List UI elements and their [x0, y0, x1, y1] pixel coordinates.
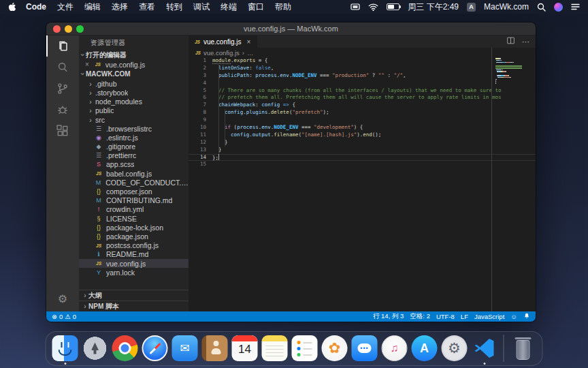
more-actions-icon[interactable]: ⋯: [522, 38, 530, 45]
dock-item-chrome[interactable]: [112, 335, 138, 361]
code-line-3[interactable]: 3 publicPath: process.env.NODE_ENV === "…: [189, 72, 536, 80]
file-item[interactable]: §LICENSE: [79, 214, 189, 223]
dock-item-launchpad[interactable]: [82, 335, 108, 361]
window-titlebar[interactable]: vue.config.js — MacWk.com: [46, 22, 536, 35]
code-line-12[interactable]: 12 }: [189, 139, 536, 147]
dock-item-photos[interactable]: [322, 335, 348, 361]
file-item[interactable]: MCODE_OF_CONDUCT.md: [79, 178, 189, 187]
menu-account[interactable]: MacWk.com: [484, 2, 529, 12]
project-section-header[interactable]: › MACWK.COM: [79, 69, 189, 79]
tab-vue-config[interactable]: JS vue.config.js ×: [189, 35, 257, 48]
indentation[interactable]: 空格: 2: [410, 312, 430, 321]
code-line-5[interactable]: 5 // There are so many chunks (from all …: [189, 87, 536, 95]
search-icon[interactable]: [537, 3, 546, 12]
dock-item-notes[interactable]: [262, 335, 288, 361]
dock-item-vscode[interactable]: [472, 335, 497, 361]
dock-item-finder[interactable]: [52, 335, 78, 361]
folder-item[interactable]: ›.storybook: [79, 88, 189, 97]
file-item[interactable]: ℹREADME.md: [79, 250, 189, 259]
breadcrumb[interactable]: JS vue.config.js › …: [189, 48, 536, 57]
apple-menu-icon[interactable]: [8, 2, 16, 12]
menu-clock[interactable]: 周三 下午2:49: [408, 1, 459, 13]
menu-item-1[interactable]: 编辑: [84, 1, 101, 13]
file-item[interactable]: ◆.gitignore: [79, 142, 189, 151]
language-mode[interactable]: JavaScript: [474, 313, 504, 320]
file-item[interactable]: {}package.json: [79, 232, 189, 241]
activity-source-control-icon[interactable]: [46, 78, 79, 99]
file-item[interactable]: {}package-lock.json: [79, 223, 189, 232]
code-line-4[interactable]: 4: [189, 80, 536, 87]
file-item[interactable]: JSvue.config.js: [79, 259, 189, 268]
menu-item-0[interactable]: 文件: [57, 1, 74, 13]
code-line-7[interactable]: 7 chainWebpack: config => {: [189, 102, 536, 109]
menu-item-4[interactable]: 转到: [166, 1, 182, 13]
activity-explorer-icon[interactable]: [46, 35, 79, 57]
menu-item-8[interactable]: 帮助: [275, 1, 291, 13]
file-item[interactable]: !crowdin.yml: [79, 205, 189, 214]
code-line-1[interactable]: 1module.exports = {: [189, 57, 536, 65]
code-line-6[interactable]: 6 // prefetch them all. Prefetching them…: [189, 94, 536, 102]
input-source-icon[interactable]: A: [467, 3, 476, 12]
minimap[interactable]: [495, 58, 535, 87]
dock-item-calendar[interactable]: 14: [232, 335, 258, 361]
battery-icon[interactable]: [387, 3, 399, 10]
file-item[interactable]: ◉.eslintrc.js: [79, 133, 189, 142]
menu-item-3[interactable]: 查看: [139, 1, 155, 13]
dock-item-sysprefs[interactable]: [442, 335, 468, 361]
menu-app-name[interactable]: Code: [26, 2, 46, 12]
folder-item[interactable]: ›.github: [79, 79, 189, 88]
feedback-smiley-icon[interactable]: ☺: [510, 313, 517, 320]
close-editor-icon[interactable]: ×: [85, 61, 89, 68]
file-item[interactable]: Yyarn.lock: [79, 268, 189, 277]
dock-item-reminders[interactable]: [292, 335, 318, 361]
folder-item[interactable]: ›src: [79, 115, 189, 124]
sidebar-section-0[interactable]: ›大纲: [79, 290, 189, 301]
menu-item-7[interactable]: 窗口: [248, 1, 264, 13]
sidebar-section-1[interactable]: ›NPM 脚本: [79, 301, 189, 311]
file-item[interactable]: MCONTRIBUTING.md: [79, 196, 189, 205]
dock-item-trash[interactable]: [510, 335, 536, 361]
manage-gear-icon[interactable]: ⚙: [46, 290, 79, 307]
menu-item-6[interactable]: 终端: [220, 1, 237, 13]
open-editor-item[interactable]: ×JSvue.config.js: [79, 60, 189, 69]
code-line-14[interactable]: 14};: [189, 154, 536, 162]
menu-item-2[interactable]: 选择: [112, 1, 128, 13]
file-item[interactable]: Sapp.scss: [79, 160, 189, 169]
cursor-position[interactable]: 行 14, 列 3: [373, 312, 404, 321]
code-line-8[interactable]: 8 config.plugins.delete("prefetch");: [189, 109, 536, 117]
file-item[interactable]: ☰.browserslistrc: [79, 124, 189, 133]
activity-debug-icon[interactable]: [46, 99, 79, 120]
dock-item-messages[interactable]: •••: [352, 335, 378, 361]
file-item[interactable]: JSpostcss.config.js: [79, 241, 189, 250]
code-line-9[interactable]: 9: [189, 117, 536, 124]
display-icon[interactable]: [350, 3, 360, 11]
code-line-2[interactable]: 2 lintOnSave: false,: [189, 65, 536, 72]
activity-extensions-icon[interactable]: [46, 120, 79, 141]
eol[interactable]: LF: [461, 313, 468, 320]
dock-item-itunes[interactable]: [382, 335, 408, 361]
folder-item[interactable]: ›public: [79, 106, 189, 115]
close-tab-icon[interactable]: ×: [247, 38, 251, 46]
dock-item-contacts[interactable]: [202, 335, 228, 361]
siri-icon[interactable]: [554, 3, 563, 12]
code-line-13[interactable]: 13 }: [189, 147, 536, 154]
code-editor[interactable]: 1module.exports = {2 lintOnSave: false,3…: [189, 57, 536, 311]
code-line-15[interactable]: 15: [189, 161, 536, 168]
wifi-icon[interactable]: [368, 3, 378, 11]
activity-search-icon[interactable]: [46, 57, 79, 78]
open-editors-section[interactable]: › 打开的编辑器: [79, 50, 189, 60]
code-line-10[interactable]: 10 if (process.env.NODE_ENV === "develop…: [189, 124, 536, 132]
problems-indicator[interactable]: ⊗ 0 ⚠ 0: [52, 313, 76, 320]
encoding[interactable]: UTF-8: [436, 313, 455, 320]
dock-item-appstore[interactable]: [412, 335, 438, 361]
dock-item-mail[interactable]: [172, 335, 198, 361]
file-item[interactable]: {}composer.json: [79, 187, 189, 196]
folder-item[interactable]: ›node_modules: [79, 97, 189, 106]
notification-center-icon[interactable]: [571, 3, 580, 10]
file-item[interactable]: JSbabel.config.js: [79, 169, 189, 178]
code-line-11[interactable]: 11 config.output.filename("[name].[hash]…: [189, 132, 536, 139]
dock-item-safari[interactable]: [142, 335, 168, 361]
menu-item-5[interactable]: 调试: [193, 1, 210, 13]
split-editor-icon[interactable]: [506, 35, 515, 48]
file-item[interactable]: ☰.prettierrc: [79, 151, 189, 160]
